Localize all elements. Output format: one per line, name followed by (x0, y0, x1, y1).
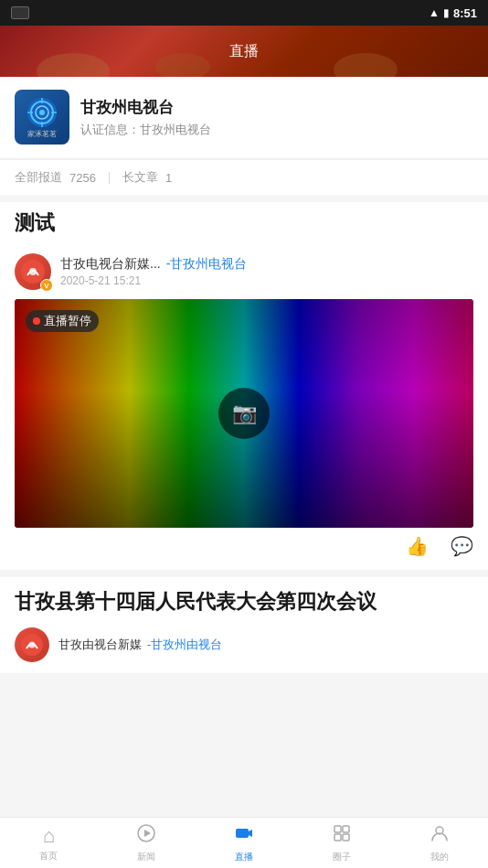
play-button[interactable]: 📷 (218, 388, 270, 439)
nav-item-circle[interactable]: 圈子 (292, 823, 390, 863)
post-time: 2020-5-21 15:21 (60, 274, 473, 287)
second-post-author: 甘孜由视台新媒 (58, 637, 142, 653)
channel-logo-text: 家涿茗茗 (27, 129, 57, 139)
svg-rect-19 (343, 834, 349, 841)
svg-point-9 (29, 268, 37, 275)
stats-divider: ｜ (103, 169, 115, 186)
reports-count: 7256 (69, 171, 96, 185)
svg-marker-13 (144, 830, 151, 837)
svg-rect-18 (334, 834, 341, 841)
news-icon (136, 823, 156, 849)
screen-indicator (11, 6, 29, 19)
profile-label: 我的 (430, 851, 449, 863)
svg-marker-15 (249, 830, 252, 837)
status-right: ▲ ▮ 8:51 (429, 6, 477, 20)
video-player[interactable]: 直播暂停 📷 (15, 299, 473, 528)
second-post-avatar-icon (20, 633, 44, 657)
like-icon: 👍 (406, 535, 429, 557)
verified-badge: V (40, 279, 53, 292)
profile-icon (430, 823, 450, 849)
post-author-name: 甘孜电视台新媒... (60, 256, 161, 273)
all-reports-label: 全部报道 (15, 169, 62, 186)
circle-label: 圈子 (333, 851, 351, 863)
second-post-avatar[interactable] (15, 627, 49, 662)
post-author-link[interactable]: -甘孜州电视台 (166, 256, 248, 273)
time-display: 8:51 (453, 6, 477, 20)
second-post-link[interactable]: -甘孜州由视台 (147, 637, 222, 653)
wifi-icon: ▲ (429, 6, 440, 19)
comment-icon: 💬 (451, 535, 473, 557)
header-title: 直播 (229, 42, 259, 61)
play-icon: 📷 (232, 402, 257, 425)
channel-details: 甘孜州电视台 认证信息：甘孜州电视台 (80, 97, 473, 138)
comment-button[interactable]: 💬 (451, 535, 473, 557)
channel-info[interactable]: 家涿茗茗 甘孜州电视台 认证信息：甘孜州电视台 (0, 77, 488, 157)
section-title: 测试 (0, 202, 488, 244)
divider (0, 570, 488, 577)
live-icon (234, 823, 254, 849)
news-label: 新闻 (137, 851, 155, 863)
live-badge-text: 直播暂停 (44, 313, 91, 329)
channel-avatar: 家涿茗茗 (15, 90, 69, 145)
channel-name: 甘孜州电视台 (80, 97, 473, 118)
home-icon: ⌂ (43, 824, 55, 848)
svg-point-3 (39, 110, 45, 115)
nav-item-profile[interactable]: 我的 (390, 823, 488, 863)
svg-rect-17 (343, 826, 349, 832)
home-label: 首页 (39, 850, 58, 863)
post-avatar[interactable]: V (15, 253, 51, 290)
svg-rect-16 (334, 826, 341, 832)
content-area: 家涿茗茗 甘孜州电视台 认证信息：甘孜州电视台 全部报道 7256 ｜ 长文章 … (0, 77, 488, 732)
second-post: 甘孜县第十四届人民代表大会第四次会议 甘孜由视台新媒 -甘孜州由视台 (0, 577, 488, 673)
like-button[interactable]: 👍 (406, 535, 429, 557)
bottom-nav: ⌂ 首页 新闻 直播 圈子 (0, 817, 488, 868)
live-dot (33, 317, 40, 325)
post-meta: 甘孜电视台新媒... -甘孜州电视台 2020-5-21 15:21 (60, 256, 473, 287)
live-badge: 直播暂停 (26, 310, 99, 332)
nav-item-news[interactable]: 新闻 (98, 823, 196, 863)
stats-bar: 全部报道 7256 ｜ 长文章 1 (0, 159, 488, 195)
post-item: V 甘孜电视台新媒... -甘孜州电视台 2020-5-21 15:21 直播暂… (0, 244, 488, 570)
long-article-label: 长文章 (122, 169, 158, 186)
nav-item-home[interactable]: ⌂ 首页 (0, 824, 98, 863)
circle-icon (332, 823, 352, 849)
post-actions: 👍 💬 (15, 528, 473, 561)
svg-rect-14 (236, 829, 249, 838)
post-header: V 甘孜电视台新媒... -甘孜州电视台 2020-5-21 15:21 (15, 253, 473, 290)
battery-icon: ▮ (443, 6, 450, 19)
channel-logo-svg (26, 96, 58, 129)
nav-item-live[interactable]: 直播 (196, 823, 293, 863)
channel-cert: 认证信息：甘孜州电视台 (80, 122, 473, 138)
post-author: 甘孜电视台新媒... -甘孜州电视台 (60, 256, 473, 273)
live-label: 直播 (235, 851, 253, 863)
second-post-meta: 甘孜由视台新媒 -甘孜州由视台 (58, 637, 222, 653)
second-post-header: 甘孜由视台新媒 -甘孜州由视台 (15, 627, 473, 662)
svg-point-11 (29, 641, 36, 648)
header-banner: 直播 (0, 26, 488, 77)
second-post-title: 甘孜县第十四届人民代表大会第四次会议 (15, 588, 473, 616)
status-bar: ▲ ▮ 8:51 (0, 0, 488, 26)
long-article-count: 1 (165, 171, 172, 185)
